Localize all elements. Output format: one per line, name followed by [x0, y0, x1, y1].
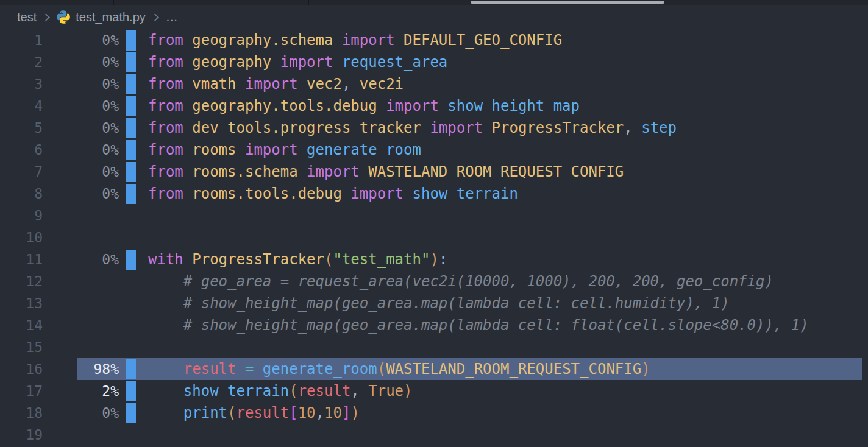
gutter-marker-column [119, 424, 148, 446]
line-row[interactable]: 19 [0, 424, 868, 446]
code-line[interactable]: from geography.tools.debug import show_h… [148, 97, 868, 114]
code-line[interactable]: from rooms.schema import WASTELAND_ROOM_… [148, 163, 868, 180]
code-line[interactable]: print(result[10,10]) [148, 404, 868, 421]
gutter-marker-column [119, 227, 148, 248]
code-token: [ [289, 404, 297, 421]
line-number[interactable]: 9 [0, 208, 43, 224]
line-number[interactable]: 2 [0, 54, 43, 70]
line-row[interactable]: 60%from rooms import generate_room [0, 139, 868, 161]
code-line[interactable]: show_terrain(result, True) [148, 382, 868, 399]
code-token: from [148, 163, 192, 180]
code-line[interactable]: from geography.schema import DEFAULT_GEO… [148, 32, 868, 49]
line-number[interactable]: 8 [0, 186, 43, 202]
line-row[interactable]: 15 [0, 336, 868, 358]
line-row[interactable]: 40%from geography.tools.debug import sho… [0, 95, 868, 117]
coverage-percent: 0% [43, 164, 119, 180]
line-row[interactable]: 1698% result = generate_room(WASTELAND_R… [0, 358, 868, 380]
line-row[interactable]: 172% show_terrain(result, True) [0, 380, 868, 402]
line-row[interactable]: 70%from rooms.schema import WASTELAND_RO… [0, 161, 868, 183]
code-line[interactable]: result = generate_room(WASTELAND_ROOM_RE… [148, 361, 868, 378]
code-token: result [298, 382, 351, 399]
code-token: DEFAULT_GEO_CONFIG [404, 32, 562, 49]
tab-separator [308, 0, 309, 5]
line-number[interactable]: 11 [0, 252, 43, 267]
code-token: show_terrain [412, 185, 518, 202]
line-row[interactable]: 180% print(result[10,10]) [0, 402, 868, 424]
indent-guide [149, 336, 149, 358]
line-row[interactable]: 20%from geography import request_area [0, 51, 868, 73]
chevron-right-icon [42, 13, 50, 21]
code-line[interactable]: from geography import request_area [148, 54, 868, 71]
line-row[interactable]: 10 [0, 227, 868, 248]
code-token: ) [404, 382, 412, 399]
line-number[interactable]: 4 [0, 98, 43, 114]
code-line[interactable]: # show_height_map(geo_area.map(lambda ce… [148, 317, 868, 334]
coverage-percent: 0% [43, 32, 119, 48]
line-number[interactable]: 14 [0, 317, 43, 333]
line-number[interactable]: 13 [0, 295, 43, 311]
coverage-percent: 0% [43, 98, 119, 114]
coverage-percent: 0% [43, 142, 119, 158]
coverage-marker [126, 30, 136, 51]
line-number[interactable]: 15 [0, 339, 43, 355]
code-line[interactable]: from rooms.tools.debug import show_terra… [148, 185, 868, 202]
code-token: from [148, 32, 192, 49]
line-row[interactable]: 110%with ProgressTracker("test_math"): [0, 248, 868, 270]
code-line[interactable]: from dev_tools.progress_tracker import P… [148, 119, 868, 136]
line-number[interactable]: 7 [0, 164, 43, 180]
code-token: ProgressTracker [492, 119, 624, 136]
line-row[interactable]: 30%from vmath import vec2, vec2i [0, 73, 868, 95]
line-number[interactable]: 1 [0, 32, 43, 48]
code-line[interactable]: with ProgressTracker("test_math"): [148, 251, 868, 268]
code-token: from [148, 119, 192, 136]
line-row[interactable]: 10%from geography.schema import DEFAULT_… [0, 29, 868, 51]
line-number[interactable]: 3 [0, 76, 43, 92]
line-row[interactable]: 80%from rooms.tools.debug import show_te… [0, 183, 868, 205]
gutter-marker-column [119, 95, 148, 117]
code-editor[interactable]: 10%from geography.schema import DEFAULT_… [0, 29, 868, 446]
line-row[interactable]: 50%from dev_tools.progress_tracker impor… [0, 117, 868, 139]
breadcrumb-folder[interactable]: test [17, 10, 37, 24]
gutter-marker-column [119, 248, 148, 270]
coverage-marker [126, 250, 136, 270]
coverage-marker [126, 403, 136, 423]
code-token: 10 [298, 404, 316, 421]
code-token: rooms.tools.debug [192, 185, 342, 202]
gutter-marker-column [119, 73, 148, 95]
coverage-marker [126, 162, 136, 182]
line-number[interactable]: 10 [0, 230, 43, 245]
line-row[interactable]: 13 # show_height_map(geo_area.map(lambda… [0, 292, 868, 314]
code-token: generate_room [263, 361, 377, 378]
breadcrumb-file[interactable]: test_math.py [76, 10, 146, 24]
code-token: from [148, 54, 192, 71]
python-icon [57, 10, 70, 24]
line-number[interactable]: 17 [0, 383, 43, 399]
line-number[interactable]: 18 [0, 405, 43, 421]
code-token: generate_room [307, 141, 421, 158]
tab-bar-scrollbar-thumb[interactable] [471, 1, 664, 4]
code-token: result [183, 361, 237, 378]
line-number[interactable]: 6 [0, 142, 43, 158]
code-line[interactable]: from vmath import vec2, vec2i [148, 76, 868, 93]
coverage-percent: 0% [43, 76, 119, 92]
code-token: import [421, 119, 492, 136]
line-number[interactable]: 12 [0, 273, 43, 289]
code-token: WASTELAND_ROOM_REQUEST_CONFIG [386, 361, 641, 378]
coverage-percent: 0% [43, 120, 119, 136]
code-line[interactable]: from rooms import generate_room [148, 141, 868, 158]
line-number[interactable]: 19 [0, 427, 43, 443]
code-line[interactable]: # show_height_map(geo_area.map(lambda ce… [148, 295, 868, 312]
line-number[interactable]: 16 [0, 361, 43, 377]
code-line[interactable]: # geo_area = request_area(vec2i(10000, 1… [148, 273, 868, 290]
line-row[interactable]: 14 # show_height_map(geo_area.map(lambda… [0, 314, 868, 336]
gutter-marker-column [119, 314, 148, 336]
code-token: ( [289, 382, 297, 399]
code-token: geography [192, 54, 271, 71]
coverage-percent: 0% [43, 252, 119, 267]
breadcrumb-overflow[interactable]: … [166, 10, 178, 24]
line-row[interactable]: 12 # geo_area = request_area(vec2i(10000… [0, 270, 868, 292]
line-number[interactable]: 5 [0, 120, 43, 136]
code-token: ProgressTracker [192, 251, 324, 268]
breadcrumb: test test_math.py … [0, 5, 868, 29]
line-row[interactable]: 9 [0, 205, 868, 227]
